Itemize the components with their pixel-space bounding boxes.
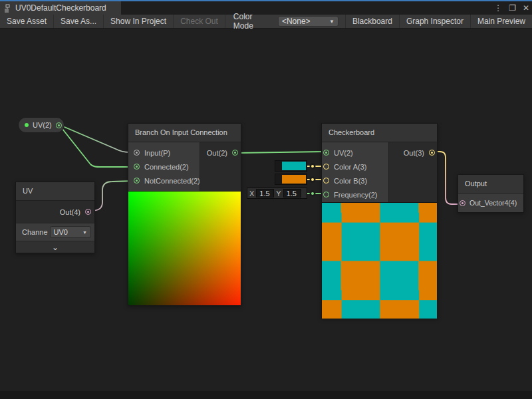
checker-uv-label: UV(2) — [334, 149, 353, 157]
frequency-x-input[interactable]: 1.5 — [256, 189, 274, 198]
connected-label: Connected(2) — [144, 163, 189, 171]
maximize-icon[interactable]: ❐ — [509, 3, 516, 13]
stub-dots — [310, 164, 316, 197]
save-asset-button[interactable]: Save Asset — [0, 15, 54, 28]
color-mode-label: Color Mode — [225, 15, 278, 28]
checkerboard-preview — [322, 202, 437, 319]
branch-input-column: Input(P) Connected(2) NotConnected(2) — [128, 142, 200, 191]
blackboard-toggle-button[interactable]: Blackboard — [345, 15, 399, 28]
uv-channel-row: Channe UV0 ▼ — [16, 223, 94, 241]
uv-node-title[interactable]: UV — [16, 182, 94, 201]
uv-channel-dropdown[interactable]: UV0 ▼ — [50, 226, 91, 238]
port-row: Frequency(2) — [323, 188, 388, 201]
checkerboard-input-column: UV(2) Color A(3) Color B(3) Frequency(2) — [322, 142, 388, 202]
frequency-port[interactable] — [323, 192, 329, 198]
toolbar-right-group: Color Mode <None> ▼ Blackboard Graph Ins… — [225, 15, 532, 28]
property-dot-icon — [25, 123, 29, 127]
uv-node[interactable]: UV Out(4) Channe UV0 ▼ ⌄ — [15, 182, 95, 253]
graph-toolbar: Save Asset Save As... Show In Project Ch… — [0, 15, 532, 29]
graph-tab-title: UV0DefaultCheckerboard — [15, 3, 106, 13]
checker-out-label: Out(3) — [404, 149, 424, 157]
connected-port[interactable] — [134, 164, 140, 170]
checkerboard-node-body: UV(2) Color A(3) Color B(3) Frequency(2) — [322, 142, 437, 202]
port-row: NotConnected(2) — [134, 174, 200, 188]
checkerboard-node-title[interactable]: Checkerboard — [322, 124, 437, 142]
branch-out-label: Out(2) — [207, 149, 227, 157]
checkerboard-node[interactable]: Checkerboard UV(2) Color A(3) Color B(3) — [321, 123, 438, 318]
window-bottom-edge — [0, 391, 532, 399]
output-node-body: Out_Vector4(4) — [458, 194, 523, 212]
uv-channel-label: Channe — [22, 228, 48, 236]
port-row: Color A(3) — [323, 160, 388, 174]
uv2-pill-label: UV(2) — [33, 121, 52, 129]
shader-graph-icon — [3, 4, 12, 13]
main-preview-toggle-button[interactable]: Main Preview — [470, 15, 532, 28]
frequency-x-label: X — [249, 190, 254, 198]
save-as-button[interactable]: Save As... — [54, 15, 104, 28]
frequency-y-label: Y — [276, 190, 281, 198]
port-row: Out(2) — [200, 146, 238, 160]
out-vector4-port[interactable] — [460, 200, 466, 206]
input-p-port[interactable] — [134, 150, 140, 156]
check-out-button: Check Out — [174, 15, 225, 28]
uv-out-label: Out(4) — [60, 208, 80, 216]
branch-output-column: Out(2) — [200, 142, 241, 191]
notconnected-port[interactable] — [134, 178, 140, 184]
checker-uv-port[interactable] — [323, 150, 329, 156]
edge-uvpill-to-connected — [60, 126, 134, 167]
branch-node-preview — [128, 191, 241, 305]
color-a-swatch[interactable] — [282, 162, 306, 170]
close-icon[interactable]: ✕ — [523, 3, 529, 13]
branch-node-body: Input(P) Connected(2) NotConnected(2) Ou… — [128, 142, 241, 191]
input-p-label: Input(P) — [144, 149, 170, 157]
chevron-down-icon: ▼ — [82, 230, 87, 235]
port-row: Input(P) — [134, 146, 200, 160]
uv-channel-value: UV0 — [54, 228, 68, 236]
branch-out-port[interactable] — [232, 150, 238, 156]
out-vector4-label: Out_Vector4(4) — [469, 199, 517, 207]
port-row: Out(3) — [389, 146, 435, 160]
port-row: Color B(3) — [323, 174, 388, 188]
uv-out-port[interactable] — [85, 209, 91, 215]
notconnected-label: NotConnected(2) — [144, 177, 200, 185]
show-in-project-button[interactable]: Show In Project — [104, 15, 174, 28]
color-b-port[interactable] — [323, 178, 329, 184]
frequency-y-input[interactable]: 1.5 — [283, 189, 301, 198]
uv2-pill-output-port[interactable] — [56, 122, 62, 128]
shader-graph-window: UV0DefaultCheckerboard ⋮ ❐ ✕ Save Asset … — [0, 0, 532, 399]
chevron-down-icon: ▼ — [329, 19, 334, 25]
output-node-title[interactable]: Output — [458, 175, 523, 194]
edge-checkerout-to-output — [434, 152, 460, 204]
checkerboard-output-column: Out(3) — [388, 142, 437, 202]
branch-node-title[interactable]: Branch On Input Connection — [128, 124, 241, 142]
edge-uvpill-to-input — [60, 125, 134, 152]
color-b-field[interactable] — [275, 174, 307, 185]
graph-tab[interactable]: UV0DefaultCheckerboard — [0, 1, 121, 15]
port-row: UV(2) — [323, 146, 388, 160]
color-a-field[interactable] — [275, 160, 307, 172]
frequency-field: X 1.5 Y 1.5 — [247, 188, 307, 199]
menu-icon[interactable]: ⋮ — [494, 3, 502, 13]
frequency-label: Frequency(2) — [334, 191, 377, 199]
uv2-property-pill[interactable]: UV(2) — [18, 117, 65, 133]
color-mode-value: <None> — [282, 17, 311, 26]
edge-branchout-to-checker-uv — [237, 152, 323, 153]
color-a-port[interactable] — [323, 164, 329, 170]
uv-node-collapse-button[interactable]: ⌄ — [16, 241, 94, 253]
color-mode-dropdown[interactable]: <None> ▼ — [278, 16, 338, 27]
color-b-label: Color B(3) — [334, 177, 367, 185]
color-b-swatch[interactable] — [282, 175, 306, 184]
graph-inspector-toggle-button[interactable]: Graph Inspector — [399, 15, 470, 28]
window-controls: ⋮ ❐ ✕ — [494, 1, 529, 15]
output-node[interactable]: Output Out_Vector4(4) — [458, 174, 524, 213]
branch-on-input-connection-node[interactable]: Branch On Input Connection Input(P) Conn… — [128, 123, 241, 306]
port-row: Connected(2) — [134, 160, 200, 174]
uv-node-output-row: Out(4) — [16, 201, 94, 223]
checker-out-port[interactable] — [429, 150, 435, 156]
color-a-label: Color A(3) — [334, 163, 367, 171]
